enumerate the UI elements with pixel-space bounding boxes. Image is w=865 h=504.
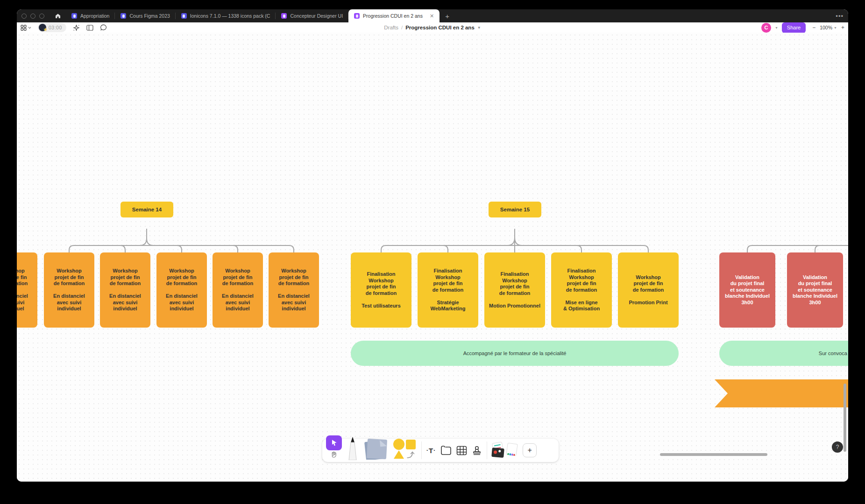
maximize-window-button[interactable] — [39, 14, 44, 19]
square-shape-icon — [406, 440, 416, 449]
workshop-card[interactable]: Workshop projet de fin de formation Prom… — [618, 252, 679, 328]
workshop-card[interactable]: Workshop projet de fin de formation En d… — [213, 252, 263, 328]
figma-menu-icon — [21, 25, 27, 31]
share-button[interactable]: Share — [782, 22, 806, 33]
zoom-in-button[interactable]: + — [841, 24, 844, 31]
app-toolbar: ★ 03:00 Drafts / Progression CDUI en 2 a… — [17, 22, 848, 33]
marker-pen-icon — [347, 436, 359, 460]
connector-arrow-icon — [406, 451, 416, 459]
figma-file-icon — [71, 13, 77, 19]
frame-tool-button[interactable] — [86, 25, 93, 31]
sticky-notes-icon — [363, 437, 388, 460]
tab-label: Cours Figma 2023 — [129, 13, 170, 19]
tab-label: Ionicons 7.1.0 — 1338 icons pack (C — [190, 13, 270, 19]
tab-label: Progression CDUI en 2 ans — [363, 13, 423, 19]
vertical-scrollbar[interactable] — [844, 384, 846, 452]
home-button[interactable] — [50, 9, 66, 22]
help-button[interactable]: ? — [832, 441, 843, 453]
tab-label: Appropriation — [80, 13, 109, 19]
convocation-pill[interactable]: Sur convoca — [719, 341, 848, 366]
figma-file-icon — [181, 13, 187, 19]
tab-cours-figma-2023[interactable]: Cours Figma 2023 — [115, 9, 175, 22]
horizontal-scrollbar[interactable] — [660, 453, 767, 456]
finalisation-card[interactable]: Finalisation Workshop projet de fin de f… — [484, 252, 545, 328]
breadcrumb[interactable]: Drafts / Progression CDUI en 2 ans ▼ — [384, 22, 481, 33]
template-thumb — [491, 448, 504, 458]
timer-pill[interactable]: ★ 03:00 — [38, 23, 66, 32]
week-14-label[interactable]: Semaine 14 — [121, 202, 173, 217]
main-menu-button[interactable] — [21, 25, 31, 31]
zoom-out-button[interactable]: − — [812, 24, 815, 31]
stamp-tool-button[interactable] — [472, 446, 482, 455]
close-window-button[interactable] — [21, 14, 27, 19]
finalisation-card[interactable]: Finalisation Workshop projet de fin de f… — [551, 252, 612, 328]
sticky-note-tool-button[interactable] — [363, 437, 388, 460]
select-tool-button[interactable] — [326, 435, 342, 450]
ribbon-banner[interactable] — [715, 379, 848, 407]
timer-avatar: ★ — [39, 24, 46, 31]
chevron-down-icon: ▼ — [834, 26, 837, 29]
tab-appropriation[interactable]: Appropriation — [66, 9, 115, 22]
workshop-card[interactable]: Workshop projet de fin de formation En d… — [156, 252, 207, 328]
figjam-canvas[interactable]: Semaine 14 Semaine 15 Workshop projet de… — [17, 33, 848, 482]
add-tool-button[interactable]: + — [523, 443, 537, 457]
chevron-down-icon — [28, 27, 31, 29]
figjam-file-icon — [281, 13, 287, 19]
window-controls[interactable] — [17, 9, 50, 22]
formateur-pill[interactable]: Accompagné par le formateur de la spécia… — [351, 341, 679, 366]
zoom-level[interactable]: 100%▼ — [820, 25, 837, 30]
circle-shape-icon — [393, 439, 404, 450]
marker-tool-button[interactable] — [347, 436, 359, 460]
chevron-down-icon[interactable]: ▼ — [477, 26, 481, 30]
workshop-card[interactable]: Workshop projet de fin de formation En d… — [269, 252, 319, 328]
breadcrumb-separator: / — [401, 25, 403, 30]
tab-label: Concepteur Designer UI — [290, 13, 343, 19]
finalisation-card[interactable]: Finalisation Workshop projet de fin de f… — [351, 252, 411, 328]
workshop-card[interactable]: Workshop projet de fin de formation En d… — [44, 252, 94, 328]
close-tab-icon[interactable]: ✕ — [430, 13, 434, 19]
section-icon — [440, 445, 452, 455]
templates-button[interactable] — [492, 441, 518, 460]
workshop-card[interactable]: Workshop projet de fin de formation En d… — [100, 252, 150, 328]
week-15-label[interactable]: Semaine 15 — [489, 202, 541, 217]
frame-icon — [86, 25, 93, 31]
home-icon — [55, 13, 61, 19]
tab-ionicons[interactable]: Ionicons 7.1.0 — 1338 icons pack (C — [176, 9, 276, 22]
comment-tool-button[interactable] — [100, 24, 107, 31]
new-tab-button[interactable]: + — [440, 9, 455, 22]
figjam-tool-dock: ·T· + — [322, 439, 559, 462]
sparkle-icon — [73, 24, 80, 31]
minimize-window-button[interactable] — [30, 14, 35, 19]
timer-value: 03:00 — [49, 25, 62, 30]
table-icon — [456, 446, 467, 455]
workshop-card-partial[interactable]: Workshop projet de fin de formation En d… — [17, 252, 37, 328]
star-icon: ★ — [43, 27, 48, 32]
template-thumb — [506, 443, 518, 456]
hand-tool-icon[interactable] — [331, 451, 337, 458]
text-tool-button[interactable]: ·T· — [426, 447, 436, 455]
figma-file-icon — [121, 13, 126, 19]
user-avatar[interactable]: C — [761, 23, 771, 33]
finalisation-card[interactable]: Finalisation Workshop projet de fin de f… — [418, 252, 478, 328]
ai-actions-button[interactable] — [73, 24, 80, 31]
tab-progression-cdui-active[interactable]: Progression CDUI en 2 ans ✕ — [348, 9, 440, 22]
tab-concepteur-designer-ui[interactable]: Concepteur Designer UI — [276, 9, 348, 22]
breadcrumb-folder[interactable]: Drafts — [384, 25, 398, 30]
stamp-icon — [472, 446, 482, 455]
chevron-down-icon[interactable]: ▼ — [775, 26, 778, 29]
tab-bar: Appropriation Cours Figma 2023 Ionicons … — [17, 9, 848, 22]
validation-card[interactable]: Validation du projet final et soutenance… — [787, 252, 843, 328]
file-title[interactable]: Progression CDUI en 2 ans — [405, 25, 475, 30]
figjam-file-icon — [354, 13, 360, 19]
validation-card[interactable]: Validation du projet final et soutenance… — [719, 252, 775, 328]
table-tool-button[interactable] — [456, 446, 467, 455]
more-menu-button[interactable]: ••• — [836, 9, 844, 22]
comment-bubble-icon — [100, 24, 107, 31]
shape-tools-button[interactable] — [392, 439, 417, 459]
triangle-shape-icon — [394, 450, 404, 459]
cursor-icon — [331, 439, 338, 447]
section-tool-button[interactable] — [440, 445, 452, 455]
figma-app-window: Appropriation Cours Figma 2023 Ionicons … — [17, 9, 848, 482]
